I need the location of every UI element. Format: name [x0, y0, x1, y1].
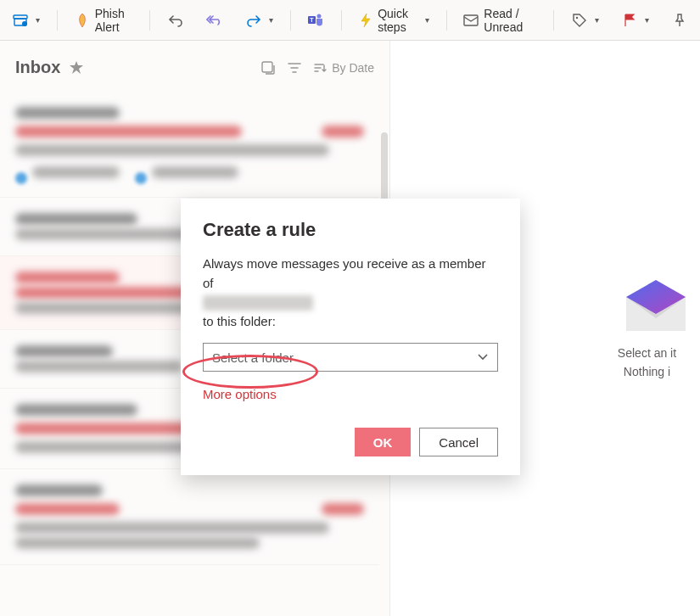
message-item[interactable]: [0, 92, 379, 198]
separator: [446, 10, 447, 31]
chevron-down-icon: ▾: [425, 15, 429, 25]
msglist-header: Inbox By Date: [0, 41, 389, 86]
svg-rect-6: [464, 15, 478, 25]
teams-icon: T: [307, 12, 324, 29]
msglist-header-controls: By Date: [260, 60, 374, 76]
read-unread-label: Read / Unread: [484, 7, 536, 34]
main-toolbar: ▾ Phish Alert ▾ T Quick steps ▾: [0, 0, 700, 41]
cancel-button[interactable]: Cancel: [419, 428, 498, 456]
svg-point-2: [22, 21, 27, 26]
bydate-label: By Date: [332, 61, 374, 75]
tag-button[interactable]: ▾: [566, 8, 604, 32]
envelope-icon: [463, 12, 479, 29]
phish-icon: [75, 12, 90, 29]
select-folder-dropdown[interactable]: Select a folder: [203, 343, 498, 372]
reply-all-button[interactable]: [201, 8, 228, 32]
inbox-label: Inbox: [15, 58, 60, 77]
ok-button[interactable]: OK: [355, 428, 412, 456]
reading-line2: Nothing i: [618, 362, 676, 381]
pin-icon: [671, 12, 688, 29]
inbox-title: Inbox: [15, 58, 84, 77]
phish-alert-button[interactable]: Phish Alert: [70, 3, 137, 37]
read-unread-button[interactable]: Read / Unread: [458, 3, 541, 37]
tag-icon: [571, 12, 588, 29]
separator: [290, 10, 291, 31]
filter-icon[interactable]: [288, 62, 301, 74]
chevron-down-icon: ▾: [595, 15, 599, 25]
forward-button[interactable]: ▾: [240, 8, 278, 32]
undo-icon: [167, 12, 184, 29]
svg-text:T: T: [311, 17, 315, 23]
redacted-group-name: [203, 295, 313, 311]
separator: [341, 10, 342, 31]
phish-alert-label: Phish Alert: [95, 7, 132, 34]
svg-point-5: [317, 14, 322, 18]
lightning-icon: [359, 12, 372, 29]
dialog-buttons: OK Cancel: [203, 428, 498, 456]
separator: [57, 10, 58, 31]
sort-icon: [313, 62, 327, 74]
reading-line1: Select an it: [618, 344, 676, 362]
separator: [553, 10, 554, 31]
reading-placeholder-text: Select an it Nothing i: [618, 344, 676, 382]
star-icon[interactable]: [69, 60, 84, 76]
archive-button[interactable]: ▾: [7, 8, 45, 32]
undo-button[interactable]: [162, 8, 189, 32]
svg-rect-8: [262, 62, 272, 72]
chevron-down-icon: ▾: [645, 15, 649, 25]
envelope-illustration: [622, 276, 673, 327]
teams-button[interactable]: T: [302, 8, 329, 32]
chevron-down-icon: ▾: [269, 15, 273, 25]
select-all-icon[interactable]: [260, 60, 276, 76]
quick-steps-button[interactable]: Quick steps ▾: [354, 3, 434, 37]
quick-steps-label: Quick steps: [378, 7, 417, 34]
select-folder-placeholder: Select a folder: [212, 350, 294, 365]
chevron-down-icon: ▾: [36, 15, 40, 25]
more-options-link[interactable]: More options: [203, 387, 277, 401]
sort-button[interactable]: By Date: [313, 61, 374, 75]
svg-point-7: [576, 16, 578, 18]
pin-button[interactable]: [666, 8, 693, 32]
separator: [149, 10, 150, 31]
archive-icon: [12, 12, 29, 29]
dialog-title: Create a rule: [203, 219, 498, 241]
chevron-down-icon: [477, 353, 489, 361]
dialog-text-pre: Always move messages you receive as a me…: [203, 256, 485, 290]
reply-all-icon: [206, 12, 223, 29]
message-item[interactable]: [0, 469, 379, 565]
create-rule-dialog: Create a rule Always move messages you r…: [181, 199, 520, 475]
flag-icon: [621, 12, 638, 29]
flag-button[interactable]: ▾: [616, 8, 654, 32]
forward-icon: [245, 12, 262, 29]
dialog-body-text: Always move messages you receive as a me…: [203, 255, 498, 331]
dialog-text-post: to this folder:: [203, 314, 276, 328]
